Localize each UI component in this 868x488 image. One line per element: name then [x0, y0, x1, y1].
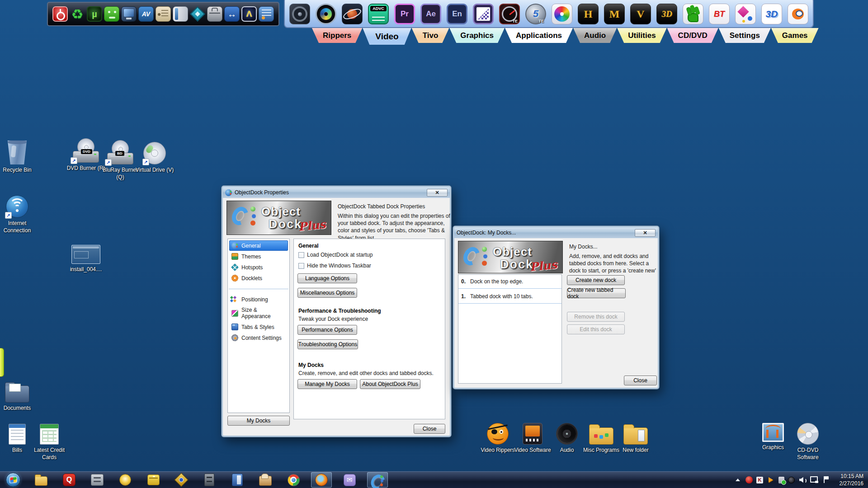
cd-disc-icon [797, 423, 819, 445]
new-folder-icon [623, 427, 648, 445]
volume-icon[interactable] [798, 476, 807, 484]
nav-item[interactable]: Size & Appearance [229, 305, 288, 321]
dock-tab[interactable]: Games [771, 28, 819, 43]
planet-icon[interactable] [342, 4, 363, 24]
radio-icon[interactable] [156, 6, 171, 22]
media-disc-icon[interactable] [316, 4, 336, 24]
nav-item[interactable]: Hotspots [229, 262, 288, 272]
miscellaneous-options-button[interactable]: Miscellaneous Options [297, 288, 357, 298]
ares-icon[interactable] [241, 6, 257, 22]
dock-tab[interactable]: Utilities [617, 28, 666, 43]
media-arrow-icon[interactable] [767, 476, 775, 484]
av-icon[interactable]: AV [138, 6, 154, 22]
hide-taskbar-checkbox[interactable] [298, 263, 304, 269]
media-encoder-icon[interactable] [473, 4, 494, 24]
teamviewer-icon[interactable] [224, 6, 240, 22]
power-icon[interactable] [52, 6, 68, 22]
performance-options-button[interactable]: Performance Options [297, 325, 357, 335]
toolbox-icon[interactable] [207, 6, 222, 22]
dialog-banner: Object Dock Plus My Docks... Add, remove… [458, 241, 654, 273]
manage-my-docks-button[interactable]: Manage My Docks [297, 379, 357, 389]
v-icon[interactable]: V [630, 4, 651, 24]
sync-arrows-icon[interactable] [70, 6, 85, 22]
dock-list-item[interactable]: 0. Dock on the top edge. [458, 275, 561, 287]
software-box-icon[interactable] [173, 6, 188, 22]
m-icon[interactable]: M [604, 4, 625, 24]
close-button[interactable]: Close [624, 375, 657, 385]
clock[interactable]: 10:15 AM 2/27/2016 [834, 473, 863, 487]
utorrent-icon[interactable] [87, 6, 102, 22]
top-right-dock: ADVC Pr Ae En TE 5TE H M V 3D BT 3D [284, 0, 814, 28]
premiere-icon[interactable]: Pr [394, 4, 415, 24]
usb-eject-icon[interactable] [778, 477, 784, 483]
network-icon[interactable] [810, 476, 818, 484]
nav-item[interactable]: General [229, 240, 288, 251]
gold-3d-icon[interactable]: 3D [656, 4, 677, 24]
my-docks-button[interactable]: My Docks [227, 416, 290, 426]
robot-icon[interactable] [104, 6, 119, 22]
blue-3d-icon[interactable]: 3D [761, 4, 782, 24]
blender-icon[interactable] [788, 4, 808, 24]
dock-tab[interactable]: Tivo [412, 28, 449, 43]
start-button [6, 473, 20, 487]
spider-icon[interactable] [788, 477, 795, 483]
te5-icon[interactable]: 5TE [525, 4, 546, 24]
about-objectdock-button[interactable]: About ObjectDock Plus [360, 379, 420, 389]
diamond-stack-icon[interactable] [190, 6, 205, 22]
desktop-icon-virtual-drive[interactable]: Virtual Drive (V) [133, 142, 176, 174]
nav-item[interactable]: Themes [229, 251, 288, 262]
desktop-icon-install-file[interactable]: install_004.... [64, 245, 108, 273]
nav-item[interactable]: Content Settings [229, 333, 288, 343]
list-separator [458, 288, 561, 289]
dock-tab-row: Rippers Video Tivo Graphics Applications… [312, 28, 819, 45]
tray-expand-icon[interactable] [734, 476, 742, 484]
kaspersky-k-icon[interactable]: K [756, 477, 763, 483]
pinwheel-icon[interactable] [552, 4, 572, 24]
after-effects-icon[interactable]: Ae [420, 4, 441, 24]
kaspersky-icon[interactable] [745, 476, 753, 483]
dock-tab[interactable]: CD/DVD [667, 28, 718, 43]
encore-icon[interactable]: En [447, 4, 467, 24]
advc-icon[interactable]: ADVC [368, 4, 389, 24]
create-new-tabbed-dock-button[interactable]: Create new tabbed dock [567, 288, 626, 298]
h-icon[interactable]: H [578, 4, 599, 24]
troubleshooting-options-button[interactable]: Troubleshooting Options [297, 339, 358, 349]
desktop-icon-internet-connection[interactable]: Internet Connection [0, 195, 39, 234]
desktop-icon-recycle-bin[interactable]: Recycle Bin [0, 140, 39, 174]
nav-item[interactable]: Docklets [229, 273, 288, 283]
close-icon[interactable]: ✕ [427, 189, 448, 197]
nav-item[interactable]: Tabs & Styles [229, 322, 288, 332]
palette-icon[interactable] [735, 4, 756, 24]
dock-tab[interactable]: Graphics [449, 28, 505, 43]
green-hand-icon[interactable] [683, 4, 703, 24]
objectdock-logo: Object Dock Plus [226, 201, 331, 235]
desktop-icon-cd-dvd-software[interactable]: CD-DVD Software [788, 423, 827, 461]
titlebar[interactable]: ObjectDock Properties ✕ [223, 187, 450, 198]
titlebar[interactable]: ObjectDock: My Docks... ✕ [454, 227, 658, 238]
camcorder-icon[interactable] [289, 4, 310, 24]
load-at-startup-checkbox[interactable] [298, 252, 304, 258]
dock-tab[interactable]: Applications [505, 28, 573, 43]
dock-tab[interactable]: Settings [719, 28, 771, 43]
close-button[interactable]: Close [414, 424, 445, 434]
close-icon[interactable]: ✕ [635, 229, 656, 237]
bt-icon[interactable]: BT [709, 4, 730, 24]
desktop-icon-documents[interactable]: Documents [0, 381, 39, 412]
dock-tab[interactable]: Audio [573, 28, 617, 43]
nav-item[interactable]: Positioning [229, 294, 288, 305]
dock-tab[interactable]: Rippers [312, 28, 362, 43]
dock-tab[interactable]: Video [363, 28, 411, 45]
computer-icon[interactable] [121, 6, 137, 22]
dialog-banner: Object Dock Plus ObjectDock Tabbed Dock … [226, 201, 446, 235]
language-options-button[interactable]: Language Options [297, 273, 357, 283]
hidden-dock-edge-tab[interactable] [0, 348, 4, 377]
desktop-icon-latest-credit-cards[interactable]: Latest Credit Cards [30, 424, 69, 461]
action-center-flag-icon[interactable] [822, 476, 830, 484]
te-gauge-icon[interactable]: TE [499, 4, 520, 24]
dock-list-item[interactable]: 1. Tabbed dock with 10 tabs. [458, 290, 561, 302]
control-panel-icon[interactable] [259, 6, 274, 22]
my-docks-heading: My Docks [298, 362, 324, 368]
create-new-dock-button[interactable]: Create new dock [567, 275, 625, 285]
desktop-icon-new-folder[interactable]: New folder [614, 423, 657, 454]
misc-programs-folder-icon [589, 427, 613, 445]
